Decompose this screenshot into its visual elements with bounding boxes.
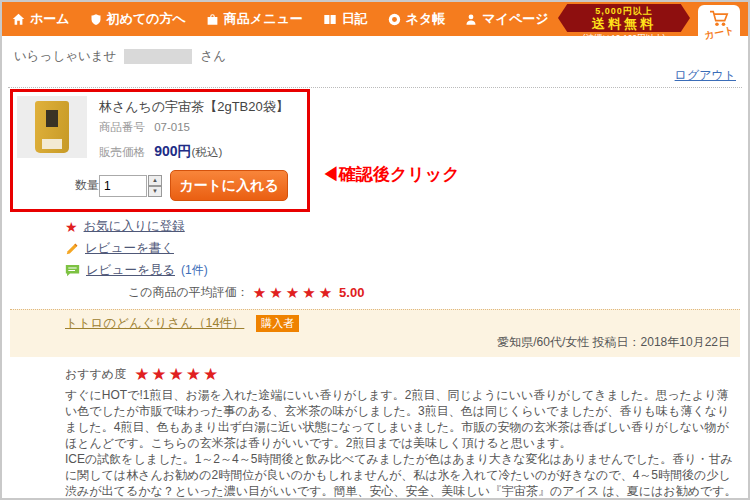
write-review-row: レビューを書く — [65, 240, 748, 257]
product-highlight-box: 林さんちの宇宙茶【2gTB20袋】 商品番号 07-015 販売価格 900円(… — [10, 89, 310, 212]
tax-note: (税込) — [192, 146, 223, 158]
quantity-row: 数量 ▲ ▼ カートに入れる — [75, 170, 301, 201]
speech-bubble-icon — [65, 264, 80, 277]
nav-home-label: ホーム — [30, 10, 70, 28]
nav-mypage[interactable]: マイページ — [465, 10, 548, 28]
book-icon — [323, 13, 337, 26]
recommend-label: おすすめ度 — [65, 366, 126, 383]
nav-notes-label: ネタ帳 — [406, 10, 446, 28]
beginner-shield-icon — [90, 13, 102, 26]
greeting-prefix: いらっしゃいませ — [14, 48, 116, 65]
greeting-suffix: さん — [200, 48, 226, 65]
pencil-icon — [65, 242, 79, 256]
review-count: (1件) — [181, 262, 208, 279]
tea-pouch-image — [35, 101, 69, 153]
product-thumbnail — [17, 96, 87, 158]
cart-button[interactable]: カート — [698, 5, 740, 42]
quantity-label: 数量 — [75, 177, 99, 194]
header-nav: ホーム 初めての方へ 商品メニュー 日記 ネタ帳 マイページ 5,000円以上 … — [2, 2, 748, 36]
favorite-star-icon: ★ — [65, 220, 78, 234]
logout-link[interactable]: ログアウト — [675, 68, 736, 82]
average-rating-label: この商品の平均評価： — [128, 284, 249, 301]
okinawa-note: (沖縄は10,100円以上) — [558, 33, 690, 45]
product-code-value: 07-015 — [154, 121, 190, 133]
notes-badge-icon — [388, 13, 401, 26]
nav-notes[interactable]: ネタ帳 — [388, 10, 446, 28]
write-review-link[interactable]: レビューを書く — [85, 240, 174, 257]
add-favorite-link[interactable]: お気に入りに登録 — [84, 218, 185, 235]
click-after-confirm-annotation: ◀確認後クリック — [322, 163, 460, 186]
product-title: 林さんちの宇宙茶【2gTB20袋】 — [99, 98, 289, 116]
quantity-down-button[interactable]: ▼ — [148, 186, 162, 197]
review-paragraph: ICEの試飲をしました。1～2～4～5時間後と飲み比べてみましたが色はあまり大き… — [65, 451, 738, 499]
view-review-link[interactable]: レビューを見る — [86, 262, 175, 279]
view-review-row: レビューを見る (1件) — [65, 262, 748, 279]
reviewer-link[interactable]: トトロのどんぐりさん（14件） — [65, 315, 244, 332]
average-rating-stars: ★★★★★ — [253, 285, 335, 300]
page: ホーム 初めての方へ 商品メニュー 日記 ネタ帳 マイページ 5,000円以上 … — [0, 0, 750, 500]
logout-row: ログアウト — [14, 65, 736, 84]
nav-beginner[interactable]: 初めての方へ — [90, 10, 186, 28]
free-shipping-label: 送料無料 — [562, 18, 686, 30]
review-header: トトロのどんぐりさん（14件） 購入者 愛知県/60代/女性 投稿日：2018年… — [10, 309, 740, 357]
home-icon — [12, 13, 25, 26]
purchaser-badge: 購入者 — [256, 315, 299, 332]
quantity-input[interactable] — [99, 175, 147, 197]
free-shipping-badge: 5,000円以上 送料無料 (沖縄は10,100円以上) — [558, 4, 690, 45]
recommend-rating-row: おすすめ度 ★★★★★ — [65, 366, 748, 383]
product-code-row: 商品番号 07-015 — [99, 120, 289, 135]
shopping-bag-icon — [206, 13, 219, 26]
person-icon — [465, 13, 477, 26]
recommend-stars: ★★★★★ — [134, 367, 220, 383]
action-links: ★ お気に入りに登録 レビューを書く レビューを見る (1件) この商品の平均評… — [65, 218, 748, 301]
product-section: 林さんちの宇宙茶【2gTB20袋】 商品番号 07-015 販売価格 900円(… — [10, 89, 740, 212]
customer-name-redacted — [124, 49, 192, 64]
average-rating-row: この商品の平均評価： ★★★★★ 5.00 — [128, 284, 748, 301]
nav-diary[interactable]: 日記 — [323, 10, 368, 28]
quantity-up-button[interactable]: ▲ — [148, 175, 162, 186]
nav-products[interactable]: 商品メニュー — [206, 10, 303, 28]
product-price-row: 販売価格 900円(税込) — [99, 143, 289, 161]
quantity-stepper: ▲ ▼ — [148, 175, 162, 197]
review-body: すぐにHOTで!1煎目、お湯を入れた途端にいい香りがします。2煎目、同じようにい… — [65, 387, 738, 500]
average-rating-value: 5.00 — [339, 285, 364, 300]
review-meta: 愛知県/60代/女性 投稿日：2018年10月22日 — [65, 334, 730, 351]
nav-beginner-label: 初めての方へ — [107, 10, 186, 28]
nav-products-label: 商品メニュー — [224, 10, 303, 28]
nav-home[interactable]: ホーム — [12, 10, 70, 28]
cart-button-label: カート — [703, 25, 735, 40]
add-to-cart-button[interactable]: カートに入れる — [170, 170, 288, 201]
nav-mypage-label: マイページ — [482, 10, 548, 28]
price-label: 販売価格 — [99, 146, 145, 158]
greeting-row: いらっしゃいませ さん — [14, 48, 736, 65]
product-code-label: 商品番号 — [99, 121, 145, 133]
nav-diary-label: 日記 — [342, 10, 368, 28]
divider — [8, 87, 742, 88]
favorite-row: ★ お気に入りに登録 — [65, 218, 748, 235]
price-value: 900円 — [154, 143, 191, 159]
review-paragraph: すぐにHOTで!1煎目、お湯を入れた途端にいい香りがします。2煎目、同じようにい… — [65, 387, 738, 451]
